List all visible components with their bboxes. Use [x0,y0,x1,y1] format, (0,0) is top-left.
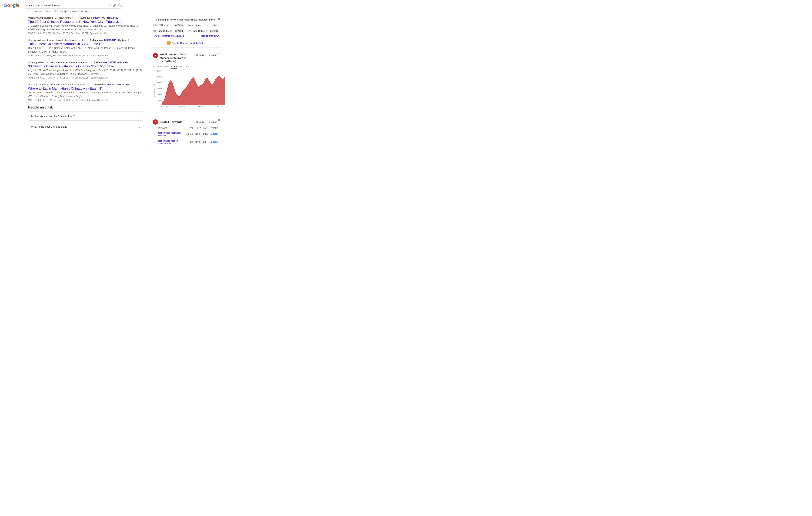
result-title[interactable]: 38 Glorious Chinese Restaurants Open in … [28,64,144,68]
tab-12mo[interactable]: 12mo [171,65,177,68]
paa-item[interactable]: What is the best Chinese dish? ⌄ [28,122,144,131]
paa-question: What is the best Chinese dish? [31,125,67,128]
col-keyword: KEYWORD [156,126,185,130]
result-traf-separator: ⋮ [90,61,93,64]
search-result: https://www.timeout.com › newyork › best… [28,38,144,57]
seo-difficulty-label: SEO Difficulty [153,24,168,27]
search-volume-label: Search Volume [153,84,155,97]
paa-options-icon[interactable]: ⋮ [54,105,58,110]
search-result: https://ny.eater.com › maps › best-resta… [28,83,144,101]
chevron-down-icon: ⌄ [138,114,141,118]
result-meta: MOZ DA: 69/100 (+5%) Ref Dom: 23.37K Ref… [28,32,144,34]
result-traf: Traf/mo (us): 6600/703.00K - Kw (u [92,83,129,86]
table-row: ★ best chinese restaurant near me 40,500… [153,130,219,138]
trend-title: Trend Data For "best chinese restaurant … [160,53,193,63]
trend-export-button[interactable]: ↓ Export [207,53,219,57]
copy-icon: ⧉ [196,54,198,56]
panel-hint: Find long-tail keywords for "best chines… [153,19,219,21]
search-result: https://ny.eater.com › maps › nyc-best-c… [28,61,144,79]
star-kw-icon[interactable]: ★ [153,141,156,144]
search-result: https://www.tripadvisor.ie › ... › New Y… [28,16,144,34]
trend-copy-button[interactable]: ⧉ Copy [194,53,206,57]
trend-tabs: 7d 30d 3mo 12mo 5yrs All Time [153,65,219,68]
trend-chart-svg [162,70,225,105]
kw-cpc: $2.30 [194,138,202,146]
mic-icon[interactable]: 🎤 [113,3,116,7]
related-keywords-table: KEYWORD VOL CPC CMP TREND ★ best chinese… [153,126,219,146]
kw-cmp: 0.05 [202,130,209,138]
onpage-label: On-Page Difficulty [188,30,207,32]
tab-7d[interactable]: 7d [153,65,155,68]
kw-trend-bars [210,132,218,135]
result-traf: Traf/mo (us): 2000/3.92M - Kw (us): 5 [90,39,129,41]
star-icon[interactable]: ★ [89,10,91,13]
breakdown-link[interactable]: Detailed breakdown [201,35,219,37]
result-snippet: Jun 15, 2022 — Where to Eat in Manhattan… [28,91,144,98]
search-bar-container: best chinese restaurant in nyc ✕ 🎤 🔍 [22,2,124,8]
star-kw-icon[interactable]: ★ [153,132,156,135]
tab-alltime[interactable]: All Time [186,65,194,68]
col-cpc: CPC [194,126,202,130]
export-icon: ↓ [209,54,210,56]
kw-cmp: 0.01 [202,138,209,146]
onpage-difficulty-metric: On-Page Difficulty 65/100 [188,29,219,33]
search-meta-bar: Volume: 3,600/mo | CPC: $1.45 | Competit… [0,10,812,14]
paa-title: People also ask [28,105,53,110]
paa-question: Is New York known for Chinese food? [31,115,75,118]
sidebar: ✕ Find long-tail keywords for "best chin… [147,14,225,151]
export-icon: ↓ [209,121,210,123]
result-meta: MOZ DA: 83/100 (+0%) Ref Dom: 25.38K Ref… [28,77,144,79]
result-title[interactable]: Where to Eat in Manhattan's Chinatown - … [28,87,144,90]
tab-5yrs[interactable]: 5yrs [179,65,184,68]
result-url: https://www.timeout.com › newyork › best… [28,39,85,41]
result-traf: Traf/mo (us): 3500/703.00K - Kw [94,61,128,64]
kw-link[interactable]: best chinese restaurant near me [157,131,181,137]
paa-item[interactable]: Is New York known for Chinese food? ⌄ [28,112,144,121]
onpage-value: 65/100 [209,29,219,33]
result-snippet: 1. Excellent Dumpling House · 718 review… [28,24,144,31]
related-keywords-header: K Related Keywords ⧉ Copy ↓ Export [153,119,219,125]
yt-icon: K [167,41,171,45]
close-icon[interactable]: ✕ [218,118,220,122]
metrics-link[interactable]: How these metrics are calculated [153,35,184,37]
kw-cpc: $0.63 [194,130,202,138]
table-row: ★ best chinese food in chinatown nyc 1,3… [153,138,219,146]
clear-icon[interactable]: ✕ [108,3,111,7]
result-traf: Traf/mo (us): 0/4600 - Kw (us): 1/8632 [78,17,118,19]
result-meta: MOZ DA: 83/100 (+0%) Ref Dom: 25.38K Ref… [28,99,144,101]
result-traf-separator: ⋮ [86,38,89,42]
close-icon[interactable]: ✕ [218,52,220,55]
brand-query-label: Brand Query [188,24,202,27]
rk-copy-button[interactable]: ⧉ Copy [194,120,206,124]
brand-query-value: No [212,24,219,27]
search-icon[interactable]: 🔍 [118,3,122,7]
related-keywords-panel: ✕ K Related Keywords ⧉ Copy ↓ Export [150,117,222,149]
header: Google best chinese restaurant in nyc ✕ … [0,0,812,14]
rk-export-button[interactable]: ↓ Export [207,120,219,124]
result-traf-separator: ⋮ [75,16,77,20]
tab-3mo[interactable]: 3mo [164,65,168,68]
volume-bars-icon [85,10,88,12]
trend-chart: Search Volume 3,000 2,500 2,000 1,500 1,… [153,70,219,112]
brand-query-metric: Brand Query No [188,24,219,27]
close-icon[interactable]: ✕ [218,17,220,21]
result-meta: MOZ DA: 92/100 (+1%) Ref Dom: 146.39K Re… [28,54,144,57]
tab-30d[interactable]: 30d [158,65,162,68]
people-also-ask-section: People also ask ⋮ Is New York known for … [28,105,144,131]
seo-metrics-panel: ✕ Find long-tail keywords for "best chin… [150,16,222,48]
offpage-value: 66/100 [174,29,184,33]
trend-panel: ✕ K Trend Data For "best chinese restaur… [150,50,222,114]
kw-vol: 1,300 [185,138,194,146]
copy-icon: ⧉ [196,121,198,123]
result-title[interactable]: The 10 Best Chinese Restaurants in New Y… [28,20,144,24]
col-vol: VOL [185,126,194,130]
offpage-label: Off-Page Difficulty [153,30,172,32]
seo-difficulty-metric: SEO Difficulty 66/100 [153,24,184,27]
kw-link[interactable]: best chinese food in chinatown nyc [157,140,178,145]
offpage-difficulty-metric: Off-Page Difficulty 66/100 [153,29,184,33]
result-title[interactable]: The 29 best Chinese restaurants in NYC -… [28,42,144,46]
col-cmp: CMP [202,126,209,130]
col-trend: TREND [209,126,219,130]
yt-link[interactable]: New SEO Minion YouTube Video [172,42,205,44]
rk-icon: K [153,119,158,125]
